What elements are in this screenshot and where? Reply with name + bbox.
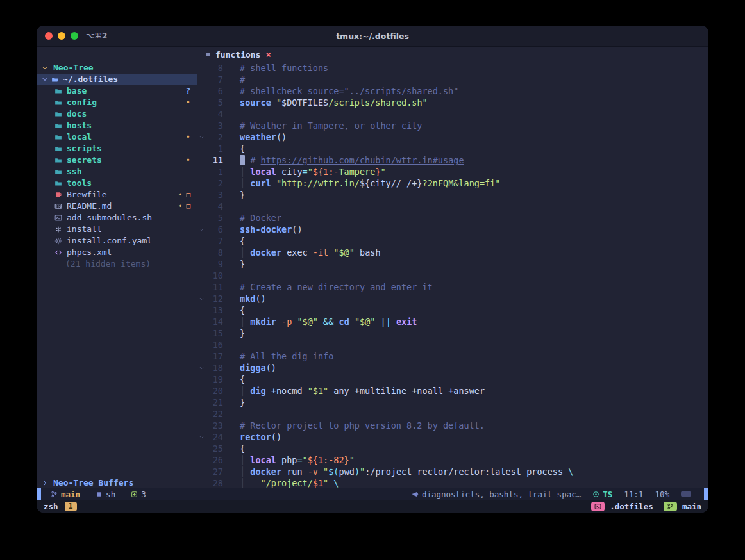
code-line[interactable]: 10 bbox=[197, 270, 708, 281]
code-line[interactable]: 15} bbox=[197, 327, 708, 339]
code-area[interactable]: 8# shell functions7#6# shellcheck source… bbox=[197, 62, 708, 488]
code-line[interactable]: 7{ bbox=[197, 235, 708, 247]
tmux-git-badge bbox=[664, 502, 677, 511]
neotree-buffers-header[interactable]: Neo-Tree Buffers bbox=[37, 477, 197, 488]
sidebar-item-Brewfile[interactable]: Brewfile•□ bbox=[37, 189, 197, 201]
code-line[interactable]: 11# Create a new directory and enter it bbox=[197, 281, 708, 293]
chevron-down-icon bbox=[41, 64, 49, 72]
sidebar-item-secrets[interactable]: secrets• bbox=[37, 154, 197, 166]
sidebar-item-README.md[interactable]: README.md•□ bbox=[37, 201, 197, 212]
code-line[interactable]: 6# shellcheck source="../scripts/shared.… bbox=[197, 85, 708, 97]
fold-column bbox=[197, 120, 206, 131]
tmux-status-right: .dotfiles main bbox=[591, 502, 701, 511]
code-line[interactable]: 23# Rector project to php version 8.2 by… bbox=[197, 420, 708, 431]
code-line[interactable]: 16 bbox=[197, 339, 708, 350]
code-line[interactable]: 17# All the dig info bbox=[197, 350, 708, 362]
statusline-right: diagnosticls, bashls, trail-spac… TS 11:… bbox=[412, 488, 708, 500]
close-window-button[interactable] bbox=[45, 32, 53, 40]
code-line[interactable]: 24rector() bbox=[197, 431, 708, 443]
line-number: 3 bbox=[206, 120, 223, 131]
code-line[interactable]: 2│ curl "http://wttr.in/${city// /+}?2nF… bbox=[197, 177, 708, 189]
sidebar-item-install[interactable]: install bbox=[37, 224, 197, 235]
tab-functions[interactable]: functions bbox=[215, 50, 260, 60]
line-number: 3 bbox=[206, 189, 223, 201]
code-line[interactable]: 8# shell functions bbox=[197, 62, 708, 74]
git-status-badge: □ bbox=[186, 201, 190, 212]
code-line[interactable]: 26│ local php="${1:-82}" bbox=[197, 454, 708, 466]
code-line[interactable]: 12mkd() bbox=[197, 293, 708, 304]
code-line[interactable]: 11 # https://github.com/chubin/wttr.in#u… bbox=[197, 154, 708, 166]
sidebar-item-ssh[interactable]: ssh bbox=[37, 166, 197, 177]
code-line[interactable]: 6ssh-docker() bbox=[197, 224, 708, 235]
fold-column bbox=[197, 420, 206, 431]
code-line[interactable]: 4 bbox=[197, 201, 708, 212]
fold-chevron-icon[interactable] bbox=[197, 362, 206, 374]
scroll-percent: 10% bbox=[655, 490, 669, 499]
fold-column bbox=[197, 74, 206, 85]
line-number: 10 bbox=[206, 270, 223, 281]
sidebar-item-config[interactable]: config• bbox=[37, 97, 197, 108]
fold-chevron-icon[interactable] bbox=[197, 224, 206, 235]
git-status-badge: • bbox=[186, 131, 190, 143]
fold-chevron-icon[interactable] bbox=[197, 431, 206, 443]
sign-column bbox=[223, 316, 236, 327]
diff-added-count: 3 bbox=[141, 490, 146, 499]
code-line[interactable]: 2weather() bbox=[197, 131, 708, 143]
code-line[interactable]: 13{ bbox=[197, 304, 708, 316]
code-line[interactable]: 1{ bbox=[197, 143, 708, 154]
sign-column bbox=[223, 477, 236, 488]
sidebar-item-phpcs.xml[interactable]: phpcs.xml bbox=[37, 247, 197, 258]
code-line[interactable]: 22 bbox=[197, 408, 708, 420]
sidebar-item-base[interactable]: base? bbox=[37, 85, 197, 97]
buffer-icon bbox=[205, 51, 211, 58]
code-line[interactable]: 14│ mkdir -p "$@" && cd "$@" || exit bbox=[197, 316, 708, 327]
neotree-header[interactable]: Neo-Tree bbox=[37, 62, 197, 74]
tmux-window-index-badge[interactable]: 1 bbox=[65, 502, 77, 511]
lsp-indicator: diagnosticls, bashls, trail-spac… bbox=[412, 490, 581, 499]
code-line[interactable]: 18digga() bbox=[197, 362, 708, 374]
code-line[interactable]: 3# Weather in Tampere, or other city bbox=[197, 120, 708, 131]
code-line[interactable]: 9} bbox=[197, 258, 708, 270]
code-line[interactable]: 25{ bbox=[197, 443, 708, 454]
neotree-root-item[interactable]: ~/.dotfiles bbox=[37, 74, 197, 85]
code-line[interactable]: 28│ "/project/$1" \ bbox=[197, 477, 708, 488]
sidebar-item-add-submodules.sh[interactable]: add-submodules.sh bbox=[37, 212, 197, 224]
minimize-window-button[interactable] bbox=[58, 32, 65, 40]
code-line[interactable]: 20│ dig +nocmd "$1" any +multiline +noal… bbox=[197, 385, 708, 397]
code-line-text bbox=[236, 408, 240, 420]
sign-column bbox=[223, 397, 236, 408]
sidebar-empty-space bbox=[37, 270, 197, 477]
zoom-window-button[interactable] bbox=[71, 32, 78, 40]
tab-close-icon[interactable]: × bbox=[265, 49, 271, 60]
sidebar-item-docs[interactable]: docs bbox=[37, 108, 197, 120]
code-line[interactable]: 8│ docker exec -it "$@" bash bbox=[197, 247, 708, 258]
code-line[interactable]: 4 bbox=[197, 108, 708, 120]
line-number: 15 bbox=[206, 327, 223, 339]
sign-column bbox=[223, 201, 236, 212]
sidebar-item-tools[interactable]: tools bbox=[37, 177, 197, 189]
line-number: 24 bbox=[206, 431, 223, 443]
fold-chevron-icon[interactable] bbox=[197, 131, 206, 143]
code-line-text: } bbox=[236, 397, 245, 408]
code-line[interactable]: 1│ local city="${1:-Tampere}" bbox=[197, 166, 708, 177]
fold-chevron-icon[interactable] bbox=[197, 293, 206, 304]
sidebar-item-install.conf.yaml[interactable]: install.conf.yaml bbox=[37, 235, 197, 247]
tmux-window-name[interactable]: zsh bbox=[44, 502, 58, 511]
code-line-text: } bbox=[236, 189, 245, 201]
line-number: 21 bbox=[206, 397, 223, 408]
code-line[interactable]: 7# bbox=[197, 74, 708, 85]
folder-icon bbox=[54, 110, 62, 118]
code-line[interactable]: 19{ bbox=[197, 374, 708, 385]
code-line[interactable]: 5# Docker bbox=[197, 212, 708, 224]
line-number: 4 bbox=[206, 201, 223, 212]
code-line[interactable]: 27│ docker run -v "$(pwd)":/project rect… bbox=[197, 466, 708, 477]
code-line[interactable]: 3} bbox=[197, 189, 708, 201]
git-status-badges: •□ bbox=[178, 201, 197, 212]
code-line[interactable]: 5source "$DOTFILES/scripts/shared.sh" bbox=[197, 97, 708, 108]
sidebar-item-local[interactable]: local• bbox=[37, 131, 197, 143]
titlebar[interactable]: ⌥⌘2 tmux:~/.dotfiles bbox=[37, 26, 708, 47]
sidebar-item-hosts[interactable]: hosts bbox=[37, 120, 197, 131]
code-line[interactable]: 21} bbox=[197, 397, 708, 408]
sidebar-item-scripts[interactable]: scripts bbox=[37, 143, 197, 154]
fold-column bbox=[197, 339, 206, 350]
